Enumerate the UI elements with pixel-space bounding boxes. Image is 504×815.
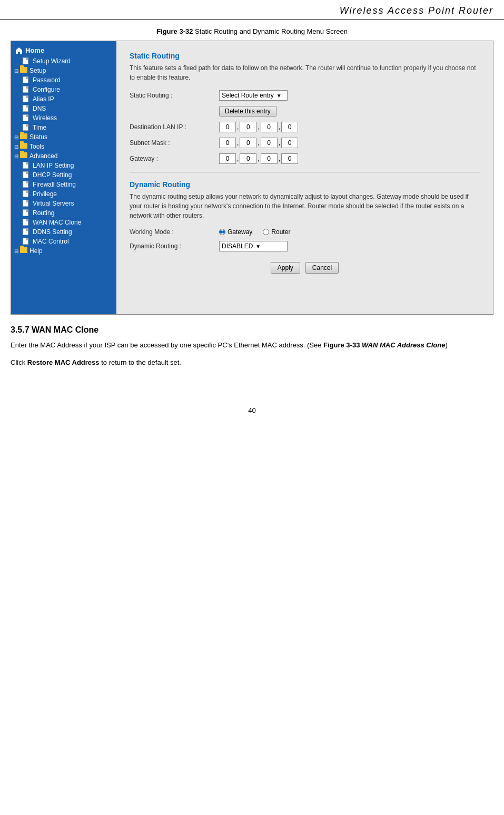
sidebar-label-privilege: Privilege bbox=[33, 190, 57, 198]
folder-icon-status bbox=[20, 133, 27, 141]
sidebar-item-password[interactable]: Password bbox=[11, 75, 116, 85]
subnet-octet1[interactable]: 0 bbox=[219, 138, 236, 148]
sidebar-item-wan-mac-clone[interactable]: WAN MAC Clone bbox=[11, 218, 116, 227]
doc-icon-password bbox=[23, 76, 30, 84]
dynamic-routing-desc: The dynamic routing setup allows your ne… bbox=[130, 192, 480, 220]
doc-icon-mac-control bbox=[23, 238, 30, 245]
sidebar-label-ddns: DDNS Setting bbox=[33, 228, 72, 236]
dest-lan-ip-label: Destination LAN IP : bbox=[130, 123, 219, 131]
doc-icon-dns bbox=[23, 105, 30, 112]
router-radio[interactable]: Router bbox=[263, 228, 290, 236]
page-header: Wireless Access Point Router bbox=[0, 0, 504, 20]
select-route-entry[interactable]: Select Route entry ▼ bbox=[219, 90, 288, 101]
doc-icon-virtual-servers bbox=[23, 200, 30, 207]
subnet-sep1: , bbox=[237, 139, 239, 147]
toggle-status: ⊟ bbox=[14, 134, 18, 140]
sidebar-item-alias-ip[interactable]: Alias IP bbox=[11, 94, 116, 104]
sidebar-label-help: Help bbox=[29, 247, 43, 255]
dest-ip-octet3[interactable]: 0 bbox=[261, 122, 278, 132]
sidebar-item-privilege[interactable]: Privilege bbox=[11, 189, 116, 199]
working-mode-label: Working Mode : bbox=[130, 228, 219, 236]
dest-ip-octet4[interactable]: 0 bbox=[281, 122, 298, 132]
dynamic-routing-select[interactable]: DISABLED ▼ bbox=[219, 241, 288, 251]
paragraph1-end: ) bbox=[445, 341, 447, 349]
dest-ip-octet1[interactable]: 0 bbox=[219, 122, 236, 132]
sidebar-item-mac-control[interactable]: MAC Control bbox=[11, 237, 116, 246]
body-paragraph1: Enter the MAC Address if your ISP can be… bbox=[11, 340, 493, 351]
working-mode-radio-group: Gateway Router bbox=[219, 228, 290, 236]
section-divider bbox=[130, 172, 480, 172]
doc-icon-ddns bbox=[23, 228, 30, 236]
doc-icon-setup-wizard bbox=[23, 57, 30, 65]
doc-icon-wireless bbox=[23, 114, 30, 122]
sidebar-item-ddns-setting[interactable]: DDNS Setting bbox=[11, 227, 116, 237]
static-routing-label: Static Routing : bbox=[130, 92, 219, 99]
sidebar-item-setup-wizard[interactable]: Setup Wizard bbox=[11, 56, 116, 66]
router-radio-button[interactable] bbox=[263, 229, 269, 235]
subnet-octet3[interactable]: 0 bbox=[261, 138, 278, 148]
restore-mac-bold: Restore MAC Address bbox=[27, 358, 100, 366]
sidebar-item-virtual-servers[interactable]: Virtual Servers bbox=[11, 199, 116, 208]
dest-lan-ip-row: Destination LAN IP : 0 , 0 , 0 , 0 bbox=[130, 122, 480, 132]
cancel-button[interactable]: Cancel bbox=[305, 262, 339, 274]
dest-ip-input-group: 0 , 0 , 0 , 0 bbox=[219, 122, 298, 132]
gw-sep3: , bbox=[279, 155, 280, 162]
sidebar-label-wireless: Wireless bbox=[33, 114, 57, 122]
folder-icon-setup bbox=[20, 67, 27, 74]
gateway-radio-label: Gateway bbox=[228, 228, 252, 236]
sidebar-item-routing[interactable]: Routing bbox=[11, 208, 116, 218]
subnet-octet2[interactable]: 0 bbox=[240, 138, 256, 148]
gateway-octet1[interactable]: 0 bbox=[219, 153, 236, 164]
sidebar-label-virtual-servers: Virtual Servers bbox=[33, 200, 74, 207]
gateway-octet3[interactable]: 0 bbox=[261, 153, 278, 164]
sidebar-item-home[interactable]: Home bbox=[11, 45, 116, 55]
sidebar-item-dns[interactable]: DNS bbox=[11, 104, 116, 113]
action-buttons: Apply Cancel bbox=[130, 262, 480, 274]
sidebar-label-dhcp: DHCP Setting bbox=[33, 171, 72, 179]
sidebar-section-tools[interactable]: ⊟ Tools bbox=[11, 142, 116, 151]
sidebar-section-help[interactable]: ⊟ Help bbox=[11, 246, 116, 256]
subnet-mask-fields: 0 , 0 , 0 , 0 bbox=[219, 138, 298, 148]
sidebar-section-setup[interactable]: ⊟ Setup bbox=[11, 66, 116, 75]
static-routing-row: Static Routing : Select Route entry ▼ bbox=[130, 90, 480, 101]
subnet-octet4[interactable]: 0 bbox=[281, 138, 298, 148]
sidebar-label-configure: Configure bbox=[33, 86, 60, 93]
sidebar-item-dhcp-setting[interactable]: DHCP Setting bbox=[11, 170, 116, 180]
gateway-octet2[interactable]: 0 bbox=[240, 153, 256, 164]
gateway-octet4[interactable]: 0 bbox=[281, 153, 298, 164]
working-mode-row: Working Mode : Gateway Router bbox=[130, 228, 480, 236]
page-title: Wireless Access Point Router bbox=[340, 5, 493, 16]
sidebar-item-lan-ip-setting[interactable]: LAN IP Setting bbox=[11, 161, 116, 170]
sidebar-item-configure[interactable]: Configure bbox=[11, 85, 116, 94]
sidebar-label-password: Password bbox=[33, 76, 61, 84]
delete-controls: Delete this entry bbox=[219, 106, 276, 117]
dynamic-select-arrow-icon: ▼ bbox=[255, 244, 261, 249]
figure-ref-bold: Figure 3-33 bbox=[323, 341, 360, 349]
gateway-radio[interactable]: Gateway bbox=[219, 228, 252, 236]
select-route-value: Select Route entry bbox=[222, 92, 274, 99]
router-ui-container: Home Setup Wizard ⊟ Setup Password Confi… bbox=[11, 41, 493, 315]
sidebar-section-status[interactable]: ⊟ Status bbox=[11, 132, 116, 142]
paragraph1-text: Enter the MAC Address if your ISP can be… bbox=[11, 341, 323, 349]
sidebar-item-time[interactable]: Time bbox=[11, 123, 116, 132]
sidebar: Home Setup Wizard ⊟ Setup Password Confi… bbox=[11, 41, 116, 314]
dynamic-routing-select-row: Dynamic Routing : DISABLED ▼ bbox=[130, 241, 480, 251]
sidebar-label-time: Time bbox=[33, 124, 46, 131]
dynamic-routing-value: DISABLED bbox=[222, 242, 253, 250]
dest-ip-octet2[interactable]: 0 bbox=[240, 122, 256, 132]
gateway-radio-button[interactable] bbox=[219, 229, 225, 235]
gw-sep2: , bbox=[258, 155, 259, 162]
sidebar-section-advanced[interactable]: ⊟ Advanced bbox=[11, 151, 116, 161]
sidebar-item-wireless[interactable]: Wireless bbox=[11, 113, 116, 123]
static-routing-desc: This feature sets a fixed path for data … bbox=[130, 63, 480, 82]
toggle-tools: ⊟ bbox=[14, 144, 18, 150]
gateway-input-group: 0 , 0 , 0 , 0 bbox=[219, 153, 298, 164]
home-icon bbox=[15, 47, 23, 54]
gateway-fields: 0 , 0 , 0 , 0 bbox=[219, 153, 298, 164]
gateway-label: Gateway : bbox=[130, 155, 219, 162]
apply-button[interactable]: Apply bbox=[271, 262, 300, 274]
subnet-sep3: , bbox=[279, 139, 280, 147]
sidebar-item-firewall-setting[interactable]: Firewall Setting bbox=[11, 180, 116, 189]
delete-entry-button[interactable]: Delete this entry bbox=[219, 106, 276, 117]
subnet-mask-label: Subnet Mask : bbox=[130, 139, 219, 147]
